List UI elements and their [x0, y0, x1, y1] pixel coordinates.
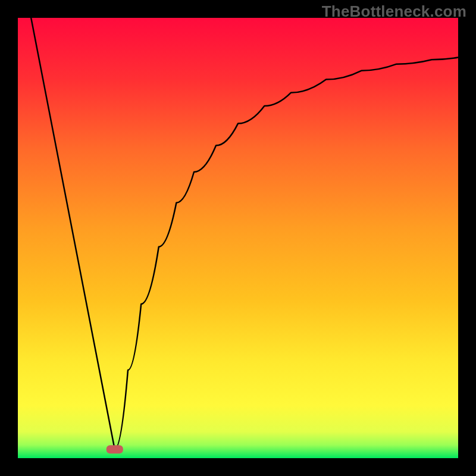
chart-container: TheBottleneck.com — [0, 0, 476, 476]
plot-area — [18, 18, 458, 458]
gradient-background — [18, 18, 458, 458]
minimum-marker — [107, 445, 123, 453]
chart-svg — [18, 18, 458, 458]
